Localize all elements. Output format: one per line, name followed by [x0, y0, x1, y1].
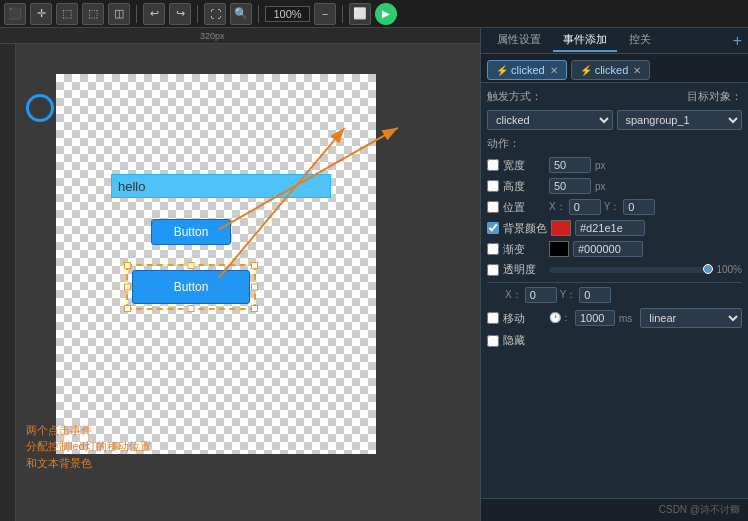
- event-tab-2[interactable]: ⚡ clicked ✕: [571, 60, 651, 80]
- clock-icon: 🕐：: [549, 311, 571, 325]
- top-toolbar: ⬛ ✛ ⬚ ⬚ ◫ ↩ ↪ ⛶ 🔍 100% − ⬜ ▶: [0, 0, 748, 28]
- prop-row-height: 高度 px: [487, 178, 742, 194]
- prop-row-move: 移动 🕐： ms linear: [487, 308, 742, 328]
- prop-bgcolor-swatch[interactable]: [551, 220, 571, 236]
- annotation-line3: 和文本背景色: [26, 455, 151, 472]
- handle-bl[interactable]: [124, 305, 131, 312]
- opacity-slider[interactable]: [549, 267, 710, 273]
- handle-br[interactable]: [251, 305, 258, 312]
- prop-width-unit: px: [595, 160, 606, 171]
- prop-hide-checkbox[interactable]: [487, 335, 499, 347]
- prop-opacity-label: 透明度: [503, 262, 545, 277]
- prop-width-label: 宽度: [503, 158, 545, 173]
- prop-row-gradient: 渐变: [487, 241, 742, 257]
- prop-height-value[interactable]: [549, 178, 591, 194]
- target-select[interactable]: spangroup_1: [617, 110, 743, 130]
- x-label: X：: [549, 200, 566, 214]
- x2-input[interactable]: [525, 287, 557, 303]
- button1-element[interactable]: Button: [151, 219, 231, 245]
- prop-position-checkbox[interactable]: [487, 201, 499, 213]
- xy2-group: X： Y：: [505, 287, 611, 303]
- event-tabs-row: ⚡ clicked ✕ ⚡ clicked ✕: [481, 54, 748, 83]
- position-x-input[interactable]: [569, 199, 601, 215]
- prop-gradient-label: 渐变: [503, 242, 545, 257]
- trigger-row: 触发方式： 目标对象：: [487, 89, 742, 104]
- hello-text: hello: [118, 179, 145, 194]
- toolbar-btn-3[interactable]: ⬚: [56, 3, 78, 25]
- toolbar-btn-2[interactable]: ✛: [30, 3, 52, 25]
- divider-1: [487, 282, 742, 283]
- button2-element[interactable]: Button: [132, 270, 250, 304]
- zoom-input[interactable]: 100%: [265, 6, 310, 22]
- handle-tl[interactable]: [124, 262, 131, 269]
- move-easing-select[interactable]: linear: [640, 308, 742, 328]
- prop-width-checkbox[interactable]: [487, 159, 499, 171]
- trigger-select[interactable]: clicked: [487, 110, 613, 130]
- button1-label: Button: [174, 225, 209, 239]
- canvas-board[interactable]: hello Button Button: [56, 74, 376, 454]
- right-panel: 属性设置 事件添加 控关 + ⚡ clicked ✕ ⚡ clicked ✕ 触…: [480, 28, 748, 521]
- ruler-width-label: 320px: [200, 31, 225, 41]
- handle-ml[interactable]: [124, 284, 131, 291]
- event-tab-2-label: clicked: [595, 64, 629, 76]
- add-event-button[interactable]: +: [733, 33, 742, 49]
- toolbar-btn-8[interactable]: ⛶: [204, 3, 226, 25]
- y2-input[interactable]: [579, 287, 611, 303]
- toolbar-btn-7[interactable]: ↪: [169, 3, 191, 25]
- prop-move-time[interactable]: [575, 310, 615, 326]
- handle-bm[interactable]: [188, 305, 195, 312]
- handle-tr[interactable]: [251, 262, 258, 269]
- trigger-select-row: clicked spangroup_1: [487, 110, 742, 130]
- tab-events[interactable]: 事件添加: [553, 29, 617, 52]
- toolbar-btn-6[interactable]: ↩: [143, 3, 165, 25]
- toolbar-btn-9[interactable]: 🔍: [230, 3, 252, 25]
- toolbar-btn-1[interactable]: ⬛: [4, 3, 26, 25]
- tab-control[interactable]: 控关: [619, 29, 661, 52]
- toolbar-sep-2: [197, 5, 198, 23]
- event-tab-1-close[interactable]: ✕: [550, 65, 558, 76]
- toolbar-btn-4[interactable]: ⬚: [82, 3, 104, 25]
- trigger-label: 触发方式：: [487, 89, 542, 104]
- canvas-area: 320px hello Button: [0, 28, 480, 521]
- toolbar-btn-fit[interactable]: ⬜: [349, 3, 371, 25]
- handle-tm[interactable]: [188, 262, 195, 269]
- opacity-marker: [703, 264, 713, 274]
- prop-move-label: 移动: [503, 311, 545, 326]
- toolbar-sep-1: [136, 5, 137, 23]
- prop-row-width: 宽度 px: [487, 157, 742, 173]
- prop-height-label: 高度: [503, 179, 545, 194]
- prop-hide-label: 隐藏: [503, 333, 545, 348]
- watermark-bar: CSDN @诗不讨卿: [481, 498, 748, 521]
- tab2-icon: ⚡: [580, 65, 592, 76]
- prop-gradient-hex[interactable]: [573, 241, 643, 257]
- opacity-value: 100%: [714, 264, 742, 275]
- position-y-input[interactable]: [623, 199, 655, 215]
- main-area: 320px hello Button: [0, 28, 748, 521]
- prop-gradient-checkbox[interactable]: [487, 243, 499, 255]
- button2-label: Button: [174, 280, 209, 294]
- event-tab-2-close[interactable]: ✕: [633, 65, 641, 76]
- prop-width-value[interactable]: [549, 157, 591, 173]
- prop-bgcolor-hex[interactable]: [575, 220, 645, 236]
- target-label: 目标对象：: [687, 89, 742, 104]
- toolbar-btn-5[interactable]: ◫: [108, 3, 130, 25]
- prop-move-checkbox[interactable]: [487, 312, 499, 324]
- prop-move-unit: ms: [619, 313, 632, 324]
- event-tab-1[interactable]: ⚡ clicked ✕: [487, 60, 567, 80]
- prop-gradient-swatch[interactable]: [549, 241, 569, 257]
- prop-height-unit: px: [595, 181, 606, 192]
- prop-bgcolor-checkbox[interactable]: [487, 222, 499, 234]
- prop-bgcolor-label: 背景颜色: [503, 221, 547, 236]
- play-button[interactable]: ▶: [375, 3, 397, 25]
- canvas-viewport: hello Button Button: [16, 44, 480, 521]
- prop-opacity-checkbox[interactable]: [487, 264, 499, 276]
- y2-label: Y：: [560, 288, 577, 302]
- toolbar-btn-zoom-out[interactable]: −: [314, 3, 336, 25]
- hello-element[interactable]: hello: [111, 174, 331, 198]
- event-tab-1-label: clicked: [511, 64, 545, 76]
- tab-properties[interactable]: 属性设置: [487, 29, 551, 52]
- panel-top-tabs-bar: 属性设置 事件添加 控关 +: [481, 28, 748, 54]
- prop-height-checkbox[interactable]: [487, 180, 499, 192]
- handle-mr[interactable]: [251, 284, 258, 291]
- button2-selected-wrap[interactable]: Button: [126, 264, 256, 310]
